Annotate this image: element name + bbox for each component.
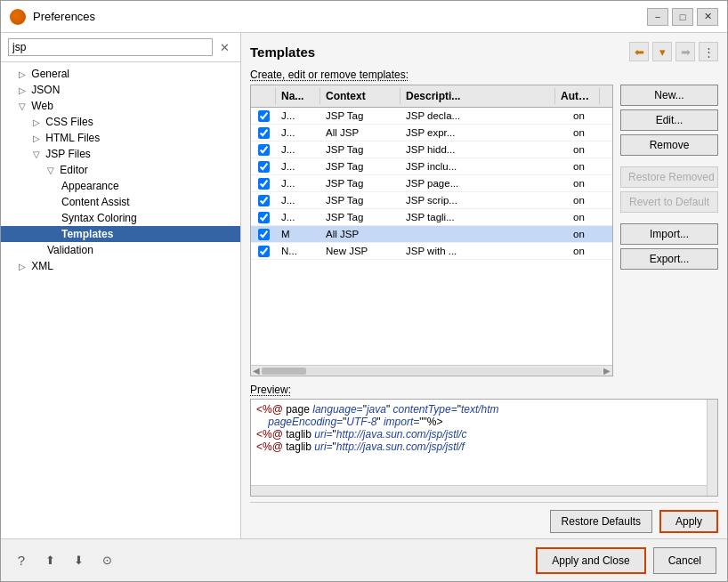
row-checkbox[interactable]: [251, 110, 276, 122]
expand-arrow: ▷: [19, 85, 26, 95]
right-panel: Templates ⬅ ▾ ➡ ⋮ Create, edit or remove…: [241, 33, 727, 538]
new-button[interactable]: New...: [620, 85, 718, 106]
row-context: JSP Tag: [320, 177, 400, 190]
preview-horizontal-scrollbar[interactable]: [251, 485, 707, 496]
table-row[interactable]: J... JSP Tag JSP hidd... on: [251, 141, 612, 158]
row-context: All JSP: [320, 228, 400, 240]
row-name: M: [276, 228, 320, 240]
templates-table: Na... Context Descripti... Auto Ins. J..…: [250, 85, 613, 376]
export-workspace-icon[interactable]: ⬆: [40, 551, 60, 570]
expand-arrow: ▷: [19, 262, 26, 271]
row-name: J...: [276, 194, 320, 206]
row-checkbox[interactable]: [251, 127, 276, 139]
table-row[interactable]: N... New JSP JSP with ... on: [251, 243, 612, 260]
sidebar-item-label: Content Assist: [61, 196, 130, 208]
bottom-buttons: Restore Defaults Apply: [250, 502, 718, 538]
restore-removed-button[interactable]: Restore Removed: [620, 166, 718, 188]
edit-button[interactable]: Edit...: [620, 109, 718, 131]
row-auto: on: [568, 126, 612, 139]
import-workspace-icon[interactable]: ⬇: [69, 551, 88, 570]
table-row[interactable]: J... JSP Tag JSP tagli... on: [251, 209, 612, 226]
table-row[interactable]: J... All JSP JSP expr... on: [251, 125, 612, 141]
maximize-button[interactable]: □: [672, 8, 693, 26]
cancel-button[interactable]: Cancel: [653, 547, 716, 574]
row-desc: JSP hidd...: [400, 143, 568, 156]
horizontal-scrollbar[interactable]: ◀ ▶: [251, 365, 612, 376]
menu-button[interactable]: ⋮: [699, 42, 718, 61]
back-button[interactable]: ⬅: [629, 42, 649, 61]
table-row[interactable]: J... JSP Tag JSP page... on: [251, 175, 612, 192]
scroll-thumb[interactable]: [262, 368, 306, 375]
remove-button[interactable]: Remove: [620, 134, 718, 156]
row-auto: on: [568, 194, 612, 206]
col-header-context: Context: [320, 88, 400, 104]
sidebar-item-content-assist[interactable]: Content Assist: [1, 194, 240, 210]
col-header-check: [251, 88, 276, 104]
sidebar-item-json[interactable]: ▷ JSON: [1, 82, 240, 98]
sidebar-item-validation[interactable]: Validation: [1, 242, 240, 258]
expand-arrow: ▽: [47, 166, 54, 175]
sidebar-item-label: Editor: [60, 164, 87, 176]
search-bar: ✕: [1, 33, 240, 62]
table-row[interactable]: J... JSP Tag JSP inclu... on: [251, 158, 612, 175]
apply-and-close-button[interactable]: Apply and Close: [536, 547, 645, 574]
import-button[interactable]: Import...: [620, 223, 718, 245]
apply-button[interactable]: Apply: [659, 510, 718, 533]
row-checkbox[interactable]: [251, 212, 276, 223]
back-dropdown-button[interactable]: ▾: [652, 42, 672, 61]
row-checkbox[interactable]: [251, 246, 276, 257]
row-auto: on: [568, 228, 612, 240]
sidebar-item-templates[interactable]: Templates: [1, 226, 240, 242]
row-desc: JSP with ...: [400, 245, 568, 257]
sidebar-item-syntax-coloring[interactable]: Syntax Coloring: [1, 210, 240, 226]
sidebar-item-label: JSON: [31, 84, 60, 96]
scroll-track[interactable]: [262, 368, 602, 375]
row-checkbox[interactable]: [251, 178, 276, 190]
sidebar-item-label: Web: [31, 100, 53, 112]
table-row[interactable]: J... JSP Tag JSP scrip... on: [251, 192, 612, 209]
scroll-left-arrow[interactable]: ◀: [251, 366, 262, 376]
forward-button[interactable]: ➡: [675, 42, 695, 61]
panel-header: Templates ⬅ ▾ ➡ ⋮: [250, 42, 718, 61]
sidebar-item-general[interactable]: ▷ General: [1, 66, 240, 82]
sidebar-item-label: XML: [31, 260, 53, 272]
sidebar-item-appearance[interactable]: Appearance: [1, 178, 240, 194]
templates-area: Na... Context Descripti... Auto Ins. J..…: [250, 85, 718, 376]
preferences-window: Preferences − □ ✕ ✕ ▷ General ▷ JSON: [0, 0, 728, 582]
sidebar-item-xml[interactable]: ▷ XML: [1, 258, 240, 274]
sidebar-item-jsp-files[interactable]: ▽ JSP Files: [1, 146, 240, 162]
sidebar-item-web[interactable]: ▽ Web: [1, 98, 240, 114]
export-button[interactable]: Export...: [620, 248, 718, 270]
preview-content: <%@ page language="java" contentType="te…: [256, 403, 712, 453]
revert-to-default-button[interactable]: Revert to Default: [620, 191, 718, 213]
col-header-scroll: [600, 88, 612, 104]
row-auto: on: [568, 109, 612, 122]
minimize-button[interactable]: −: [647, 8, 668, 26]
row-checkbox[interactable]: [251, 229, 276, 240]
row-context: All JSP: [320, 126, 400, 139]
expand-arrow: ▷: [19, 69, 26, 79]
window-controls: − □ ✕: [647, 8, 718, 26]
restore-defaults-button[interactable]: Restore Defaults: [550, 510, 652, 533]
expand-arrow: ▽: [33, 150, 40, 159]
close-button[interactable]: ✕: [697, 8, 718, 26]
help-icon[interactable]: ?: [12, 551, 31, 570]
settings-icon[interactable]: ⊙: [97, 551, 117, 570]
table-row[interactable]: J... JSP Tag JSP decla... on: [251, 108, 612, 125]
search-input[interactable]: [8, 38, 213, 56]
expand-arrow: ▷: [33, 117, 40, 127]
search-clear-icon[interactable]: ✕: [216, 41, 233, 54]
row-checkbox[interactable]: [251, 144, 276, 156]
preview-vertical-scrollbar[interactable]: [707, 400, 717, 496]
sidebar-item-editor[interactable]: ▽ Editor: [1, 162, 240, 178]
scroll-right-arrow[interactable]: ▶: [602, 366, 612, 376]
row-checkbox[interactable]: [251, 161, 276, 173]
sidebar-item-css-files[interactable]: ▷ CSS Files: [1, 114, 240, 130]
sidebar-item-label: CSS Files: [45, 116, 93, 128]
row-checkbox[interactable]: [251, 195, 276, 206]
sidebar-item-html-files[interactable]: ▷ HTML Files: [1, 130, 240, 146]
col-header-auto: Auto Ins.: [555, 88, 600, 104]
table-row[interactable]: M All JSP on: [251, 226, 612, 243]
main-area: ✕ ▷ General ▷ JSON ▽ Web ▷ CSS Files: [1, 33, 727, 538]
expand-arrow: ▷: [33, 133, 40, 143]
